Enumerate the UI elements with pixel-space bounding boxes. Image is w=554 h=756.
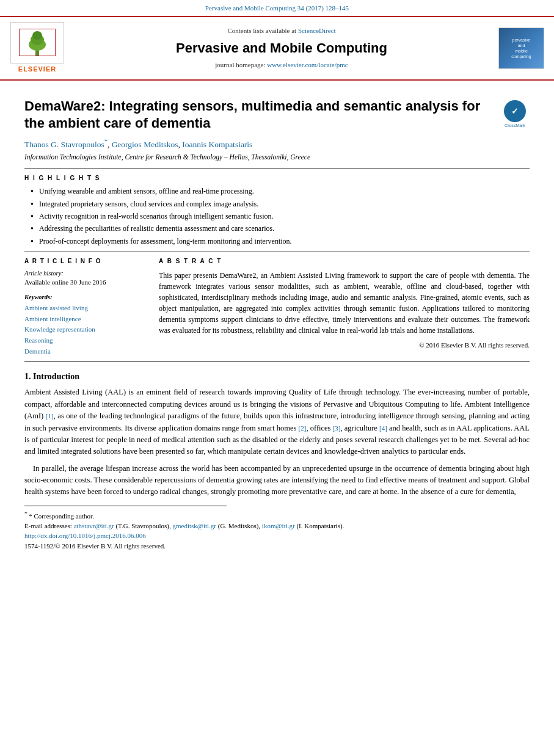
- keyword-3[interactable]: Knowledge representation: [24, 324, 147, 335]
- keyword-1[interactable]: Ambient assisted living: [24, 303, 147, 314]
- abstract-text: This paper presents DemaWare2, an Ambien…: [159, 270, 530, 336]
- ref-4[interactable]: [4]: [379, 424, 387, 432]
- highlights-label: H I G H L I G H T S: [24, 174, 530, 183]
- cover-image-text: pervasiveandmobilecomputing: [510, 36, 532, 60]
- paper-title: DemaWare2: Integrating sensors, multimed…: [24, 98, 494, 133]
- crossmark-block: ✓ CrossMark: [500, 100, 530, 129]
- corresponding-star: *: [104, 138, 108, 145]
- crossmark-label: CrossMark: [505, 123, 525, 129]
- keywords-label: Keywords:: [24, 293, 147, 302]
- email-kompatsiaris[interactable]: ikom@iti.gr: [262, 522, 295, 529]
- highlight-item-1: Unifying wearable and ambient sensors, o…: [31, 186, 530, 197]
- svg-point-3: [32, 31, 42, 40]
- email-meditskos[interactable]: gmeditsk@iti.gr: [172, 522, 216, 529]
- introduction-heading: 1. Introduction: [24, 371, 530, 383]
- highlight-item-4: Addressing the peculiarities of realisti…: [31, 224, 530, 234]
- article-info-top-divider: [24, 252, 530, 252]
- keyword-5[interactable]: Dementia: [24, 346, 147, 357]
- contents-line: Contents lists available at ScienceDirec…: [72, 26, 491, 36]
- highlight-item-2: Integrated proprietary sensors, cloud se…: [31, 199, 530, 209]
- highlights-top-divider: [24, 169, 530, 169]
- journal-title-block: Contents lists available at ScienceDirec…: [72, 26, 491, 70]
- crossmark-icon: ✓: [504, 100, 526, 122]
- doi-line: http://dx.doi.org/10.1016/j.pmcj.2016.06…: [24, 531, 530, 541]
- journal-header: ELSEVIER Contents lists available at Sci…: [0, 16, 554, 81]
- abstract-label: A B S T R A C T: [159, 257, 530, 266]
- affiliation-line: Information Technologies Institute, Cent…: [24, 152, 530, 162]
- highlight-item-5: Proof-of-concept deployments for assessm…: [31, 236, 530, 247]
- ref-3[interactable]: [3]: [333, 424, 341, 432]
- corresponding-sup: *: [24, 511, 27, 517]
- author-stavropoulos[interactable]: Thanos G. Stavropoulos: [24, 140, 104, 149]
- intro-paragraph-2: In parallel, the average lifespan increa…: [24, 463, 530, 498]
- elsevier-tree-svg: [19, 29, 56, 56]
- highlights-list: Unifying wearable and ambient sensors, o…: [24, 186, 530, 247]
- article-info-label: A R T I C L E I N F O: [24, 257, 147, 266]
- journal-homepage-line: journal homepage: www.elsevier.com/locat…: [72, 60, 491, 70]
- elsevier-brand-text: ELSEVIER: [18, 65, 56, 75]
- email-name-2: (G. Meditskos),: [218, 522, 260, 529]
- email-name-3: (I. Kompatsiaris).: [296, 522, 344, 529]
- abstract-column: A B S T R A C T This paper presents Dema…: [159, 257, 530, 357]
- email-line: E-mail addresses: athstavr@iti.gr (T.G. …: [24, 521, 530, 531]
- ref-2[interactable]: [2]: [299, 424, 307, 432]
- copyright-line: © 2016 Elsevier B.V. All rights reserved…: [159, 341, 530, 351]
- journal-name: Pervasive and Mobile Computing: [72, 38, 491, 58]
- keyword-4[interactable]: Reasoning: [24, 335, 147, 346]
- journal-citation-link[interactable]: Pervasive and Mobile Computing 34 (2017)…: [205, 4, 349, 12]
- footnote-divider: [24, 506, 227, 506]
- highlight-item-3: Activity recognition in real-world scena…: [31, 211, 530, 222]
- keyword-2[interactable]: Ambient intelligence: [24, 314, 147, 325]
- article-info-column: A R T I C L E I N F O Article history: A…: [24, 257, 147, 357]
- ref-1[interactable]: [1]: [46, 412, 54, 420]
- authors-line: Thanos G. Stavropoulos*, Georgios Medits…: [24, 137, 530, 150]
- page: Pervasive and Mobile Computing 34 (2017)…: [0, 0, 554, 756]
- available-online: Available online 30 June 2016: [24, 278, 147, 288]
- intro-top-divider: [24, 362, 530, 362]
- elsevier-logo-block: ELSEVIER: [10, 22, 65, 75]
- elsevier-logo-image: [10, 22, 64, 64]
- corresponding-note: * * Corresponding author.: [24, 510, 530, 521]
- author-meditskos[interactable]: Georgios Meditskos: [112, 140, 178, 149]
- intro-paragraph-1: Ambient Assisted Living (AAL) is an emin…: [24, 387, 530, 457]
- article-info-abstract-section: A R T I C L E I N F O Article history: A…: [24, 257, 530, 357]
- email-name-1: (T.G. Stavropoulos),: [115, 522, 170, 529]
- footnote-section: * * Corresponding author. E-mail address…: [24, 510, 530, 551]
- top-link-bar: Pervasive and Mobile Computing 34 (2017)…: [0, 0, 554, 16]
- journal-url-link[interactable]: www.elsevier.com/locate/pmc: [267, 61, 348, 68]
- author-kompatsiaris[interactable]: Ioannis Kompatsiaris: [182, 140, 252, 149]
- history-label: Article history:: [24, 269, 147, 278]
- main-content: DemaWare2: Integrating sensors, multimed…: [0, 81, 554, 558]
- journal-cover-image: pervasiveandmobilecomputing: [498, 27, 544, 69]
- paper-title-section: DemaWare2: Integrating sensors, multimed…: [24, 98, 530, 133]
- doi-link[interactable]: http://dx.doi.org/10.1016/j.pmcj.2016.06…: [24, 532, 146, 539]
- issn-line: 1574-1192/© 2016 Elsevier B.V. All right…: [24, 541, 530, 551]
- email-stavropoulos[interactable]: athstavr@iti.gr: [74, 522, 114, 529]
- sciencedirect-link[interactable]: ScienceDirect: [298, 27, 336, 34]
